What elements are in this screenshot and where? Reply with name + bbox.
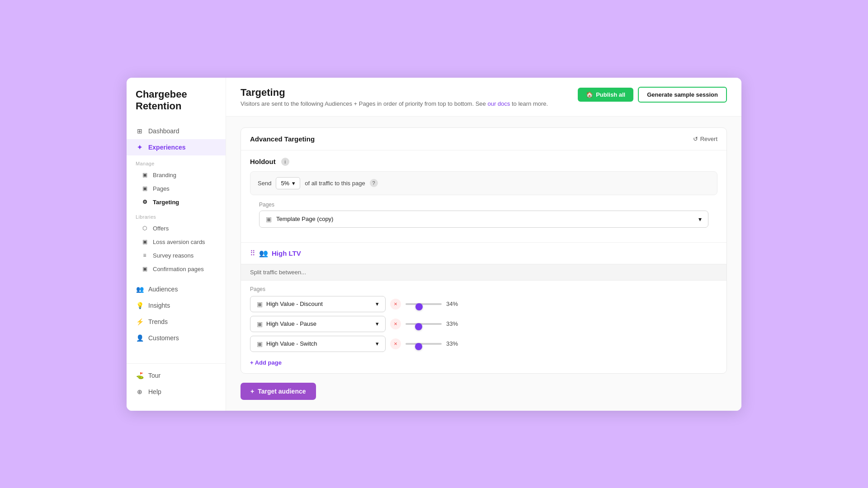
sidebar-item-audiences[interactable]: 👥 Audiences	[127, 281, 226, 297]
revert-button[interactable]: ↺ Revert	[693, 136, 717, 142]
manage-label: Manage	[127, 155, 226, 168]
audience-header: ⠿ 👥 High LTV	[241, 243, 726, 264]
sidebar-item-dashboard[interactable]: ⊞ Dashboard	[127, 123, 226, 139]
header-actions: 🏠 Publish all Generate sample session	[578, 87, 727, 103]
switch-slider-wrapper: 33%	[406, 340, 717, 347]
publish-icon: 🏠	[586, 91, 593, 98]
logo-text: Chargebee Retention	[136, 89, 217, 113]
main-body: Advanced Targeting ↺ Revert Holdout i Se…	[226, 117, 741, 411]
main-content: Targeting Visitors are sent to the follo…	[226, 78, 741, 411]
remove-pause-button[interactable]: ×	[390, 319, 401, 329]
pause-slider-wrapper: 33%	[406, 320, 717, 327]
add-page-button[interactable]: + Add page	[250, 356, 282, 368]
holdout-title: Holdout	[250, 158, 276, 165]
question-icon[interactable]: ?	[370, 179, 378, 187]
tour-icon: ⛳	[136, 371, 144, 380]
pause-page-icon: ▣	[257, 320, 263, 328]
pages-label: Pages	[259, 202, 708, 208]
confirmation-icon: ▣	[141, 265, 148, 272]
audience-title: High LTV	[272, 249, 301, 257]
offers-icon: ⬡	[141, 225, 148, 232]
plus-icon: +	[250, 388, 254, 395]
discount-pct: 34%	[446, 300, 462, 307]
advanced-targeting-title: Advanced Targeting	[250, 135, 315, 143]
sidebar-item-tour[interactable]: ⛳ Tour	[127, 367, 226, 384]
sidebar-footer: ⛳ Tour ⊕ Help	[127, 363, 226, 404]
trends-icon: ⚡	[136, 318, 144, 326]
libraries-label: Libraries	[127, 209, 226, 221]
pause-pct: 33%	[446, 320, 462, 327]
sidebar-item-help[interactable]: ⊕ Help	[127, 384, 226, 400]
discount-slider-wrapper: 34%	[406, 300, 717, 307]
holdout-dropdown-chevron: ▾	[698, 216, 702, 223]
holdout-page-dropdown[interactable]: ▣ Template Page (copy) ▾	[259, 211, 708, 228]
page-select-pause[interactable]: ▣ High Value - Pause ▾	[250, 316, 386, 332]
holdout-row: Send 5% ▾ of all traffic to this page ?	[250, 171, 717, 195]
survey-icon: ≡	[141, 252, 148, 259]
pause-page-name: High Value - Pause	[266, 320, 316, 327]
discount-page-icon: ▣	[257, 300, 263, 308]
page-row-pause: ▣ High Value - Pause ▾ × 33%	[250, 316, 717, 332]
split-traffic-label: Split traffic between...	[241, 264, 726, 281]
sidebar-nav: ⊞ Dashboard ✦ Experiences Manage ▣ Brand…	[127, 123, 226, 356]
audiences-icon: 👥	[136, 285, 144, 293]
branding-icon: ▣	[141, 171, 148, 178]
drag-handle-icon[interactable]: ⠿	[250, 249, 255, 258]
sidebar-item-branding[interactable]: ▣ Branding	[127, 168, 226, 182]
sidebar-item-offers[interactable]: ⬡ Offers	[127, 221, 226, 235]
targeting-icon: ⚙	[141, 198, 148, 206]
generate-sample-button[interactable]: Generate sample session	[638, 87, 727, 103]
sidebar-item-experiences[interactable]: ✦ Experiences	[127, 139, 226, 155]
sidebar-item-trends[interactable]: ⚡ Trends	[127, 314, 226, 330]
high-ltv-section: ⠿ 👥 High LTV Split traffic between... Pa…	[241, 243, 726, 373]
pages-section-label: Pages	[250, 286, 717, 292]
our-docs-link[interactable]: our docs	[487, 100, 510, 107]
sidebar-item-confirmation-pages[interactable]: ▣ Confirmation pages	[127, 262, 226, 276]
pages-icon: ▣	[141, 185, 148, 192]
switch-page-icon: ▣	[257, 340, 263, 347]
header-description: Visitors are sent to the following Audie…	[241, 100, 548, 107]
insights-icon: 💡	[136, 301, 144, 310]
switch-slider[interactable]	[406, 343, 442, 345]
chevron-down-icon: ▾	[292, 180, 295, 187]
holdout-page-value: Template Page (copy)	[276, 216, 333, 222]
sidebar-item-customers[interactable]: 👤 Customers	[127, 330, 226, 346]
switch-pct: 33%	[446, 340, 462, 347]
logo: Chargebee Retention	[127, 89, 226, 123]
holdout-info-icon[interactable]: i	[281, 158, 289, 166]
discount-slider[interactable]	[406, 303, 442, 305]
sidebar-item-survey-reasons[interactable]: ≡ Survey reasons	[127, 249, 226, 262]
target-audience-label: Target audience	[258, 388, 306, 395]
page-dropdown-icon: ▣	[266, 216, 272, 223]
pages-section: Pages ▣ High Value - Discount ▾ ×	[241, 281, 726, 373]
revert-icon: ↺	[693, 136, 698, 142]
switch-dropdown-chevron: ▾	[376, 340, 379, 347]
remove-switch-button[interactable]: ×	[390, 338, 401, 349]
audience-group-icon: 👥	[259, 249, 268, 258]
page-select-discount[interactable]: ▣ High Value - Discount ▾	[250, 296, 386, 312]
sidebar-item-insights[interactable]: 💡 Insights	[127, 297, 226, 314]
sidebar-item-pages[interactable]: ▣ Pages	[127, 182, 226, 195]
sidebar-item-loss-aversion[interactable]: ▣ Loss aversion cards	[127, 235, 226, 249]
discount-page-name: High Value - Discount	[266, 300, 323, 307]
switch-page-name: High Value - Switch	[266, 340, 317, 347]
sidebar: Chargebee Retention ⊞ Dashboard ✦ Experi…	[127, 78, 226, 411]
pause-slider[interactable]	[406, 323, 442, 325]
traffic-text: of all traffic to this page	[305, 180, 365, 187]
publish-all-button[interactable]: 🏠 Publish all	[578, 88, 633, 102]
grid-icon: ⊞	[136, 127, 144, 135]
page-title: Targeting	[241, 87, 548, 99]
advanced-targeting-header: Advanced Targeting ↺ Revert	[241, 128, 726, 150]
holdout-section: Holdout i Send 5% ▾ of all traffic to th…	[241, 150, 726, 242]
holdout-percentage-select[interactable]: 5% ▾	[276, 177, 300, 189]
target-audience-button[interactable]: + Target audience	[241, 383, 316, 400]
page-header: Targeting Visitors are sent to the follo…	[226, 78, 741, 117]
discount-dropdown-chevron: ▾	[376, 300, 379, 307]
remove-discount-button[interactable]: ×	[390, 299, 401, 310]
star-icon: ✦	[136, 143, 144, 151]
header-left: Targeting Visitors are sent to the follo…	[241, 87, 548, 107]
sidebar-item-targeting[interactable]: ⚙ Targeting	[127, 195, 226, 209]
page-select-switch[interactable]: ▣ High Value - Switch ▾	[250, 336, 386, 352]
advanced-targeting-card: Advanced Targeting ↺ Revert Holdout i Se…	[241, 127, 727, 374]
page-row-discount: ▣ High Value - Discount ▾ × 34%	[250, 296, 717, 312]
